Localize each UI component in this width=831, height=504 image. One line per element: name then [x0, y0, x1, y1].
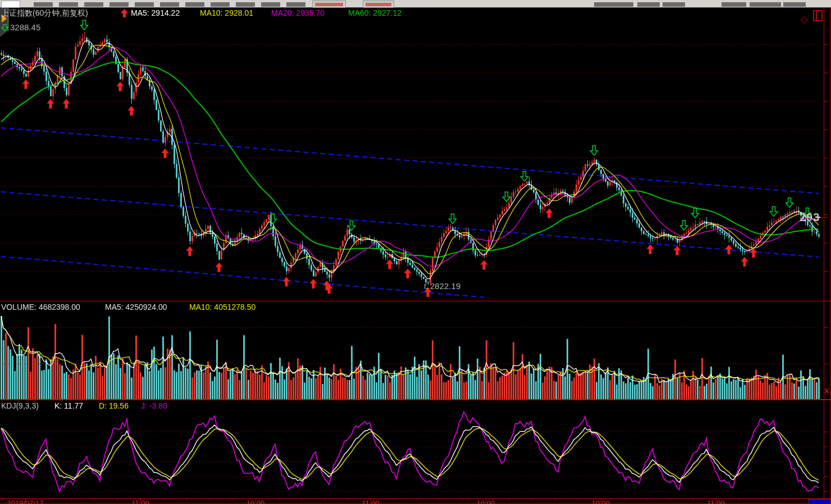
menu-item-clipped[interactable] — [34, 2, 53, 7]
chart-canvas[interactable] — [0, 0, 831, 504]
volume-readout: VOLUME: 4682398.00 — [1, 303, 80, 311]
kdj-title: KDJ(9,3,3) — [1, 401, 39, 410]
menu-item-clipped[interactable] — [211, 2, 230, 7]
trend-up-icon — [121, 9, 128, 17]
menu-item-clipped[interactable] — [261, 2, 280, 7]
volume-ma5-readout: MA5: 4250924.00 — [105, 303, 167, 311]
menu-item-clipped[interactable] — [663, 2, 685, 7]
menu-item-clipped[interactable] — [185, 2, 204, 7]
pane-close-button[interactable]: X — [824, 387, 829, 395]
menu-item-clipped[interactable] — [783, 2, 806, 7]
time-axis-label: 2019/07/17 — [7, 499, 43, 504]
menu-item-clipped[interactable] — [722, 2, 746, 7]
lowest-price-label: 2822.19 — [424, 281, 460, 291]
time-axis-label: 10:00 — [477, 499, 495, 504]
menu-item-clipped[interactable] — [637, 2, 660, 7]
menu-item-clipped[interactable] — [236, 2, 255, 7]
time-axis-label: 10:00 — [592, 499, 610, 504]
main-chart-header: 上证指数(60分钟,前复权) MA5: 2914.22 MA10: 2928.0… — [0, 8, 820, 18]
menu-item-clipped[interactable] — [109, 2, 129, 7]
ma20-readout: MA20: 2935.70 — [271, 8, 325, 17]
time-axis-label: 11:00 — [707, 499, 725, 504]
trading-app-window: 上证指数(60分钟,前复权) MA5: 2914.22 MA10: 2928.0… — [0, 0, 831, 504]
kdj-pane-header: KDJ(9,3,3) K: 11.77 D: 19.56 J: -3.80 — [0, 401, 820, 410]
highest-price-label: 3288.45 — [1, 22, 40, 32]
menu-item-clipped[interactable] — [286, 2, 305, 7]
menu-item-highlighted[interactable] — [312, 1, 346, 8]
volume-ma10-readout: MA10: 4051278.50 — [189, 303, 255, 311]
menu-item-clipped[interactable] — [750, 2, 781, 7]
menu-item-clipped[interactable] — [59, 2, 78, 7]
menu-item-clipped[interactable] — [160, 2, 179, 7]
ma10-readout: MA10: 2928.01 — [200, 8, 253, 17]
scrollbar-thumb[interactable] — [809, 499, 830, 504]
menu-logo-box[interactable] — [1, 1, 20, 8]
ma5-readout: MA5: 2914.22 — [131, 8, 180, 17]
volume-pane-header: VOLUME: 4682398.00 MA5: 4250924.00 MA10:… — [0, 303, 820, 311]
time-axis: 2019/07/17 11:00 10:00 11:00 10:00 10:00… — [0, 499, 831, 504]
low-marker-tick — [424, 284, 429, 288]
chart-title: 上证指数(60分钟,前复权) — [1, 8, 88, 17]
high-marker-icon — [1, 24, 8, 31]
ma60-readout: MA60: 2927.12 — [348, 8, 401, 17]
menu-item-highlighted[interactable] — [363, 1, 394, 8]
right-price-label: 293 — [800, 211, 820, 224]
pane-diamond-icon[interactable]: ◇ — [801, 15, 808, 24]
pane-window-controls: ◇ — [801, 10, 823, 25]
menu-item-clipped[interactable] — [135, 2, 154, 7]
time-axis-label: 11:00 — [362, 499, 380, 504]
kdj-d-readout: D: 19.56 — [99, 401, 129, 410]
time-axis-label: 10:00 — [246, 499, 265, 504]
menu-bar — [0, 0, 831, 8]
kdj-j-readout: J: -3.80 — [141, 401, 167, 410]
time-axis-label: 11:00 — [131, 499, 149, 504]
menu-item-clipped[interactable] — [594, 2, 633, 7]
menu-item-clipped[interactable] — [84, 2, 103, 7]
kdj-k-readout: K: 11.77 — [54, 401, 83, 410]
pane-restore-icon[interactable] — [813, 10, 823, 21]
